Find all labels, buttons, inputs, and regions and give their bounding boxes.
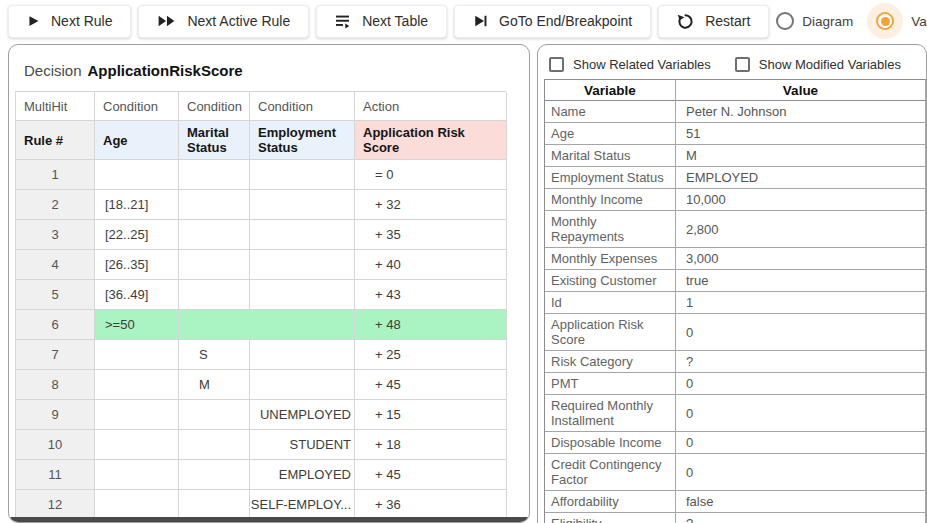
column-type-action: Action — [355, 92, 507, 121]
restart-icon — [677, 13, 694, 30]
rule-number-cell[interactable]: 6 — [16, 310, 95, 340]
next-active-rule-button[interactable]: Next Active Rule — [138, 5, 309, 38]
variable-name-cell: Disposable Income — [545, 432, 676, 454]
column-type-condition-2: Condition — [179, 92, 250, 121]
horizontal-scrollbar[interactable] — [9, 517, 529, 522]
play-icon — [27, 14, 40, 28]
decision-name: ApplicationRiskScore — [88, 62, 243, 79]
column-header-application-risk-score: Application Risk Score — [355, 121, 507, 160]
employment-status-condition-cell — [250, 220, 355, 250]
restart-button[interactable]: Restart — [658, 5, 769, 38]
radio-label: Diagram — [802, 14, 853, 29]
variable-value-cell: M — [676, 145, 926, 167]
variable-row: Existing Customertrue — [545, 270, 926, 292]
button-label: Restart — [705, 13, 750, 29]
rule-row: 6>=50+ 48 — [16, 310, 506, 340]
risk-score-action-cell: + 45 — [355, 460, 507, 490]
employment-status-condition-cell — [250, 280, 355, 310]
rule-number-cell[interactable]: 4 — [16, 250, 95, 280]
variable-value-cell: 10,000 — [676, 189, 926, 211]
variable-name-cell: Id — [545, 292, 676, 314]
variable-value-cell: true — [676, 270, 926, 292]
column-type-condition-3: Condition — [250, 92, 355, 121]
rule-number-cell[interactable]: 3 — [16, 220, 95, 250]
marital-status-condition-cell: M — [179, 370, 250, 400]
view-toggle: Diagram Variables — [776, 3, 927, 39]
marital-status-condition-cell: S — [179, 340, 250, 370]
variable-value-cell: 0 — [676, 395, 926, 432]
marital-status-condition-cell — [179, 430, 250, 460]
rule-row: 10STUDENT+ 18 — [16, 430, 506, 460]
marital-status-condition-cell — [179, 190, 250, 220]
rule-row: 2[18..21]+ 32 — [16, 190, 506, 220]
age-condition-cell: [26..35] — [95, 250, 179, 280]
variable-value-cell: 0 — [676, 454, 926, 491]
age-condition-cell: [18..21] — [95, 190, 179, 220]
variable-name-cell: Marital Status — [545, 145, 676, 167]
decision-panel: DecisionApplicationRiskScore MultiHit Co… — [8, 44, 530, 523]
variable-value-cell: 51 — [676, 123, 926, 145]
next-rule-button[interactable]: Next Rule — [8, 5, 131, 38]
rule-rows: 1= 02[18..21]+ 323[22..25]+ 354[26..35]+… — [16, 160, 506, 520]
rule-number-cell[interactable]: 12 — [16, 490, 95, 520]
variable-row: PMT0 — [545, 373, 926, 395]
variable-name-cell: Existing Customer — [545, 270, 676, 292]
checkbox-label: Show Related Variables — [573, 57, 711, 72]
marital-status-condition-cell — [179, 220, 250, 250]
rule-number-cell[interactable]: 7 — [16, 340, 95, 370]
variables-radio[interactable]: Variables — [867, 3, 927, 39]
show-related-variables-checkbox[interactable]: Show Related Variables — [549, 57, 711, 72]
variable-row: Employment StatusEMPLOYED — [545, 167, 926, 189]
variable-name-cell: Affordability — [545, 491, 676, 513]
column-type-multihit: MultiHit — [16, 92, 95, 121]
marital-status-condition-cell — [179, 400, 250, 430]
rule-number-cell[interactable]: 1 — [16, 160, 95, 190]
button-label: Next Active Rule — [187, 13, 290, 29]
age-condition-cell: [36..49] — [95, 280, 179, 310]
variable-row: Eligibility? — [545, 513, 926, 523]
toolbar: Next Rule Next Active Rule Next Table — [0, 0, 927, 42]
table-list-icon — [335, 13, 351, 29]
rule-number-cell[interactable]: 8 — [16, 370, 95, 400]
rule-number-cell[interactable]: 10 — [16, 430, 95, 460]
show-modified-variables-checkbox[interactable]: Show Modified Variables — [735, 57, 901, 72]
rule-number-cell[interactable]: 2 — [16, 190, 95, 220]
variable-value-cell: 1 — [676, 292, 926, 314]
button-label: GoTo End/Breakpoint — [499, 13, 632, 29]
radio-label: Variables — [911, 14, 927, 29]
risk-score-action-cell: + 36 — [355, 490, 507, 520]
variable-row: Id1 — [545, 292, 926, 314]
rule-number-cell[interactable]: 5 — [16, 280, 95, 310]
rule-number-cell[interactable]: 11 — [16, 460, 95, 490]
variable-value-cell: 0 — [676, 373, 926, 395]
variable-name-cell: PMT — [545, 373, 676, 395]
diagram-radio[interactable]: Diagram — [776, 12, 853, 30]
employment-status-condition-cell: EMPLOYED — [250, 460, 355, 490]
variable-row: Monthly Expenses3,000 — [545, 248, 926, 270]
variable-name-cell: Monthly Income — [545, 189, 676, 211]
variable-name-cell: Employment Status — [545, 167, 676, 189]
variable-value-cell: Peter N. Johnson — [676, 101, 926, 123]
risk-score-action-cell: + 18 — [355, 430, 507, 460]
risk-score-action-cell: + 40 — [355, 250, 507, 280]
rule-number-cell[interactable]: 9 — [16, 400, 95, 430]
goto-end-breakpoint-button[interactable]: GoTo End/Breakpoint — [454, 5, 651, 38]
employment-status-condition-cell — [250, 190, 355, 220]
age-condition-cell: >=50 — [95, 310, 179, 340]
rule-row: 4[26..35]+ 40 — [16, 250, 506, 280]
variable-name-cell: Application Risk Score — [545, 314, 676, 351]
button-label: Next Rule — [51, 13, 112, 29]
risk-score-action-cell: + 35 — [355, 220, 507, 250]
age-condition-cell — [95, 490, 179, 520]
variable-row: Application Risk Score0 — [545, 314, 926, 351]
variable-row: Monthly Repayments2,800 — [545, 211, 926, 248]
button-label: Next Table — [362, 13, 428, 29]
radio-halo — [867, 3, 903, 39]
variables-table-header: Variable Value — [545, 80, 926, 101]
next-table-button[interactable]: Next Table — [316, 5, 447, 38]
column-type-condition-1: Condition — [95, 92, 179, 121]
column-header-employment-status: Employment Status — [250, 121, 355, 160]
marital-status-condition-cell — [179, 280, 250, 310]
age-condition-cell — [95, 340, 179, 370]
variable-name-cell: Monthly Repayments — [545, 211, 676, 248]
